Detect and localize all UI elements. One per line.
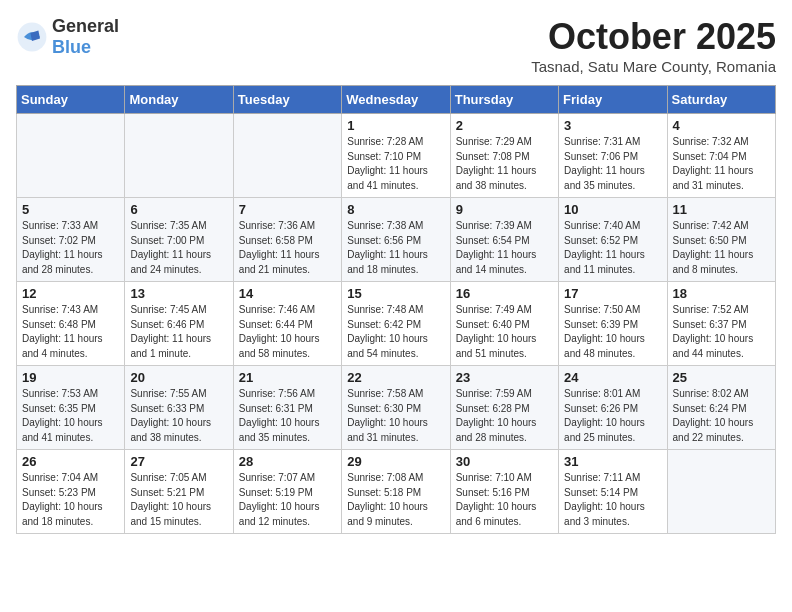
calendar-cell: 28Sunrise: 7:07 AM Sunset: 5:19 PM Dayli… (233, 450, 341, 534)
day-number: 11 (673, 202, 770, 217)
calendar-cell: 14Sunrise: 7:46 AM Sunset: 6:44 PM Dayli… (233, 282, 341, 366)
calendar-cell: 25Sunrise: 8:02 AM Sunset: 6:24 PM Dayli… (667, 366, 775, 450)
title-block: October 2025 Tasnad, Satu Mare County, R… (531, 16, 776, 75)
day-number: 29 (347, 454, 444, 469)
day-info: Sunrise: 7:33 AM Sunset: 7:02 PM Dayligh… (22, 219, 119, 277)
calendar-cell: 2Sunrise: 7:29 AM Sunset: 7:08 PM Daylig… (450, 114, 558, 198)
weekday-header: Friday (559, 86, 667, 114)
weekday-header-row: SundayMondayTuesdayWednesdayThursdayFrid… (17, 86, 776, 114)
day-info: Sunrise: 7:32 AM Sunset: 7:04 PM Dayligh… (673, 135, 770, 193)
day-number: 22 (347, 370, 444, 385)
day-info: Sunrise: 7:28 AM Sunset: 7:10 PM Dayligh… (347, 135, 444, 193)
calendar-cell: 10Sunrise: 7:40 AM Sunset: 6:52 PM Dayli… (559, 198, 667, 282)
day-info: Sunrise: 7:04 AM Sunset: 5:23 PM Dayligh… (22, 471, 119, 529)
day-info: Sunrise: 7:31 AM Sunset: 7:06 PM Dayligh… (564, 135, 661, 193)
day-info: Sunrise: 8:01 AM Sunset: 6:26 PM Dayligh… (564, 387, 661, 445)
day-info: Sunrise: 7:42 AM Sunset: 6:50 PM Dayligh… (673, 219, 770, 277)
day-number: 23 (456, 370, 553, 385)
logo-blue-text: Blue (52, 37, 91, 57)
day-info: Sunrise: 7:49 AM Sunset: 6:40 PM Dayligh… (456, 303, 553, 361)
calendar-cell: 13Sunrise: 7:45 AM Sunset: 6:46 PM Dayli… (125, 282, 233, 366)
day-number: 4 (673, 118, 770, 133)
weekday-header: Saturday (667, 86, 775, 114)
day-info: Sunrise: 7:07 AM Sunset: 5:19 PM Dayligh… (239, 471, 336, 529)
day-info: Sunrise: 7:50 AM Sunset: 6:39 PM Dayligh… (564, 303, 661, 361)
day-info: Sunrise: 7:43 AM Sunset: 6:48 PM Dayligh… (22, 303, 119, 361)
day-info: Sunrise: 7:36 AM Sunset: 6:58 PM Dayligh… (239, 219, 336, 277)
calendar-cell: 16Sunrise: 7:49 AM Sunset: 6:40 PM Dayli… (450, 282, 558, 366)
day-number: 25 (673, 370, 770, 385)
calendar-cell: 12Sunrise: 7:43 AM Sunset: 6:48 PM Dayli… (17, 282, 125, 366)
day-number: 17 (564, 286, 661, 301)
day-number: 13 (130, 286, 227, 301)
day-number: 6 (130, 202, 227, 217)
calendar-cell: 31Sunrise: 7:11 AM Sunset: 5:14 PM Dayli… (559, 450, 667, 534)
calendar-cell: 5Sunrise: 7:33 AM Sunset: 7:02 PM Daylig… (17, 198, 125, 282)
calendar-week-row: 12Sunrise: 7:43 AM Sunset: 6:48 PM Dayli… (17, 282, 776, 366)
day-number: 2 (456, 118, 553, 133)
month-title: October 2025 (531, 16, 776, 58)
logo-general-text: General (52, 16, 119, 36)
calendar-cell: 15Sunrise: 7:48 AM Sunset: 6:42 PM Dayli… (342, 282, 450, 366)
calendar-cell: 18Sunrise: 7:52 AM Sunset: 6:37 PM Dayli… (667, 282, 775, 366)
day-info: Sunrise: 7:45 AM Sunset: 6:46 PM Dayligh… (130, 303, 227, 361)
calendar-cell: 9Sunrise: 7:39 AM Sunset: 6:54 PM Daylig… (450, 198, 558, 282)
day-info: Sunrise: 7:08 AM Sunset: 5:18 PM Dayligh… (347, 471, 444, 529)
calendar-cell: 1Sunrise: 7:28 AM Sunset: 7:10 PM Daylig… (342, 114, 450, 198)
day-info: Sunrise: 7:46 AM Sunset: 6:44 PM Dayligh… (239, 303, 336, 361)
day-number: 16 (456, 286, 553, 301)
day-number: 3 (564, 118, 661, 133)
weekday-header: Thursday (450, 86, 558, 114)
day-number: 26 (22, 454, 119, 469)
day-number: 18 (673, 286, 770, 301)
location-subtitle: Tasnad, Satu Mare County, Romania (531, 58, 776, 75)
day-number: 31 (564, 454, 661, 469)
calendar-cell: 26Sunrise: 7:04 AM Sunset: 5:23 PM Dayli… (17, 450, 125, 534)
day-info: Sunrise: 7:59 AM Sunset: 6:28 PM Dayligh… (456, 387, 553, 445)
calendar-cell: 11Sunrise: 7:42 AM Sunset: 6:50 PM Dayli… (667, 198, 775, 282)
calendar-cell: 17Sunrise: 7:50 AM Sunset: 6:39 PM Dayli… (559, 282, 667, 366)
calendar-cell: 27Sunrise: 7:05 AM Sunset: 5:21 PM Dayli… (125, 450, 233, 534)
calendar-week-row: 26Sunrise: 7:04 AM Sunset: 5:23 PM Dayli… (17, 450, 776, 534)
calendar-cell: 24Sunrise: 8:01 AM Sunset: 6:26 PM Dayli… (559, 366, 667, 450)
day-info: Sunrise: 7:58 AM Sunset: 6:30 PM Dayligh… (347, 387, 444, 445)
day-info: Sunrise: 7:48 AM Sunset: 6:42 PM Dayligh… (347, 303, 444, 361)
calendar-cell: 30Sunrise: 7:10 AM Sunset: 5:16 PM Dayli… (450, 450, 558, 534)
day-info: Sunrise: 7:55 AM Sunset: 6:33 PM Dayligh… (130, 387, 227, 445)
calendar-week-row: 1Sunrise: 7:28 AM Sunset: 7:10 PM Daylig… (17, 114, 776, 198)
day-info: Sunrise: 7:40 AM Sunset: 6:52 PM Dayligh… (564, 219, 661, 277)
day-number: 14 (239, 286, 336, 301)
logo-icon (16, 21, 48, 53)
calendar-cell: 3Sunrise: 7:31 AM Sunset: 7:06 PM Daylig… (559, 114, 667, 198)
day-number: 1 (347, 118, 444, 133)
day-info: Sunrise: 7:11 AM Sunset: 5:14 PM Dayligh… (564, 471, 661, 529)
calendar-cell: 21Sunrise: 7:56 AM Sunset: 6:31 PM Dayli… (233, 366, 341, 450)
logo: General Blue (16, 16, 119, 58)
calendar-cell: 22Sunrise: 7:58 AM Sunset: 6:30 PM Dayli… (342, 366, 450, 450)
weekday-header: Tuesday (233, 86, 341, 114)
calendar-cell (125, 114, 233, 198)
day-number: 21 (239, 370, 336, 385)
day-info: Sunrise: 7:52 AM Sunset: 6:37 PM Dayligh… (673, 303, 770, 361)
page-header: General Blue October 2025 Tasnad, Satu M… (16, 16, 776, 75)
day-info: Sunrise: 8:02 AM Sunset: 6:24 PM Dayligh… (673, 387, 770, 445)
day-number: 28 (239, 454, 336, 469)
day-number: 8 (347, 202, 444, 217)
day-info: Sunrise: 7:05 AM Sunset: 5:21 PM Dayligh… (130, 471, 227, 529)
calendar-cell: 4Sunrise: 7:32 AM Sunset: 7:04 PM Daylig… (667, 114, 775, 198)
day-number: 9 (456, 202, 553, 217)
day-number: 24 (564, 370, 661, 385)
calendar-week-row: 19Sunrise: 7:53 AM Sunset: 6:35 PM Dayli… (17, 366, 776, 450)
day-info: Sunrise: 7:35 AM Sunset: 7:00 PM Dayligh… (130, 219, 227, 277)
day-info: Sunrise: 7:38 AM Sunset: 6:56 PM Dayligh… (347, 219, 444, 277)
day-number: 19 (22, 370, 119, 385)
day-info: Sunrise: 7:10 AM Sunset: 5:16 PM Dayligh… (456, 471, 553, 529)
day-number: 27 (130, 454, 227, 469)
day-info: Sunrise: 7:56 AM Sunset: 6:31 PM Dayligh… (239, 387, 336, 445)
calendar-cell: 29Sunrise: 7:08 AM Sunset: 5:18 PM Dayli… (342, 450, 450, 534)
calendar-table: SundayMondayTuesdayWednesdayThursdayFrid… (16, 85, 776, 534)
day-info: Sunrise: 7:53 AM Sunset: 6:35 PM Dayligh… (22, 387, 119, 445)
calendar-cell (667, 450, 775, 534)
weekday-header: Sunday (17, 86, 125, 114)
day-number: 5 (22, 202, 119, 217)
